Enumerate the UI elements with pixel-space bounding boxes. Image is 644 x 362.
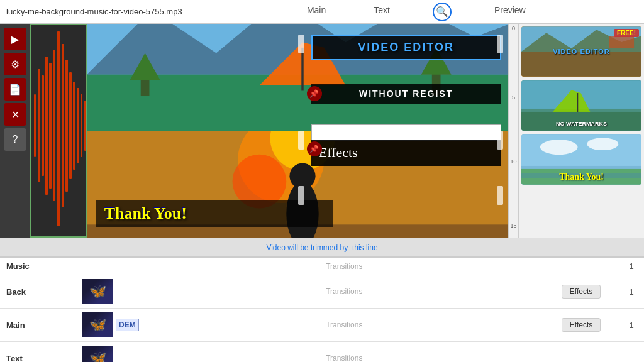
waveform-svg	[31, 25, 87, 233]
svg-rect-10	[77, 88, 79, 163]
row-transitions-music[interactable]: Transitions	[145, 258, 543, 275]
row-effects-music	[543, 258, 619, 275]
preview-watermark-2: NO WATERMARKS	[556, 121, 607, 127]
svg-rect-11	[34, 94, 36, 157]
row-effects-main[interactable]: Effects	[543, 309, 619, 342]
svg-point-43	[587, 138, 618, 150]
layers-table: Music Transitions 1 Back 🦋 Transitions E…	[0, 258, 644, 362]
copy-icon: 📄	[9, 84, 21, 96]
butterfly-thumb-back: 🦋	[82, 279, 113, 304]
svg-rect-13	[84, 101, 86, 151]
dem-label: DEM	[116, 319, 139, 331]
table-row: Back 🦋 Transitions Effects 1	[0, 275, 644, 309]
effects-button-main[interactable]: Effects	[562, 318, 601, 332]
filename-label: lucky-me-background-music-for-video-5755…	[6, 7, 182, 16]
tab-main[interactable]: Main	[302, 3, 331, 21]
waveform-panel	[30, 24, 87, 238]
svg-rect-5	[38, 69, 40, 182]
play-button[interactable]: ▶	[4, 28, 26, 50]
timeline-ruler: 0 5 10 15	[508, 24, 518, 238]
row-transitions-main[interactable]: Transitions	[145, 309, 543, 342]
table-row: Text 🦋 Transitions	[0, 342, 644, 363]
thank-you-text-clip: Thank You!	[96, 200, 333, 227]
search-button[interactable]: 🔍	[433, 3, 452, 21]
play-icon: ▶	[11, 33, 19, 45]
butterfly-icon-main: 🦋	[89, 317, 106, 333]
row-thumb-music	[75, 258, 145, 275]
ruler-mark-0: 0	[512, 25, 515, 31]
right-preview-panel: FREE! VIDEO EDITOR NO WATERMARKS	[518, 24, 644, 238]
tab-preview[interactable]: Preview	[489, 3, 531, 21]
nav-tabs: Main Text 🔍 Preview	[195, 3, 638, 21]
trim-line-area: Video will be trimmed by this line	[0, 238, 644, 256]
row-count-back: 1	[619, 275, 644, 309]
row-name-main: Main	[0, 309, 75, 342]
video-editor-text-clip: VIDEO EDITOR	[311, 35, 501, 60]
preview-badge-1: FREE!	[614, 29, 639, 37]
row-thumb-text: 🦋	[75, 342, 145, 363]
row-name-back: Back	[0, 275, 75, 309]
video-timeline[interactable]: VIDEO EDITOR 📌 WITHOUT REGIST 📌 Effects …	[87, 24, 518, 238]
table-row: Music Transitions 1	[0, 258, 644, 275]
svg-rect-8	[69, 72, 72, 179]
resize-handle-6[interactable]	[497, 186, 503, 205]
svg-rect-1	[53, 50, 55, 201]
row-effects-back[interactable]: Effects	[543, 275, 619, 309]
main-editing-area: ▶ ⚙ 📄 ✕ ?	[0, 24, 644, 238]
svg-rect-7	[65, 60, 68, 192]
svg-rect-4	[42, 75, 44, 176]
help-button[interactable]: ?	[4, 128, 26, 151]
preview-thumb-2[interactable]: NO WATERMARKS	[521, 80, 641, 131]
copy-button[interactable]: 📄	[4, 78, 26, 101]
row-thumb-main: 🦋 DEM	[75, 309, 145, 342]
pin-icon-1: 📌	[307, 86, 322, 101]
row-thumb-back: 🦋	[75, 275, 145, 309]
resize-handle-5[interactable]	[298, 186, 304, 205]
svg-rect-2	[49, 63, 52, 189]
ruler-mark-5: 5	[512, 94, 515, 101]
table-row: Main 🦋 DEM Transitions Effects 1	[0, 309, 644, 342]
effects-text-clip: Effects	[311, 140, 501, 166]
close-button[interactable]: ✕	[4, 103, 26, 126]
svg-rect-12	[80, 94, 82, 157]
settings-button[interactable]: ⚙	[4, 53, 26, 75]
row-count-text	[619, 342, 644, 363]
resize-handle-4[interactable]	[497, 131, 503, 150]
svg-rect-41	[521, 134, 641, 166]
pin-icon-2: 📌	[307, 141, 322, 156]
row-name-text: Text	[0, 342, 75, 363]
butterfly-icon-text: 🦋	[89, 350, 106, 362]
butterfly-thumb-main: 🦋	[82, 312, 113, 337]
butterfly-thumb-text: 🦋	[82, 346, 113, 362]
help-icon: ?	[13, 134, 18, 145]
row-name-music: Music	[0, 258, 75, 275]
resize-handle-3[interactable]	[298, 131, 304, 150]
ruler-mark-10: 10	[510, 158, 516, 165]
effects-button-back[interactable]: Effects	[562, 285, 601, 299]
svg-rect-3	[45, 57, 48, 195]
row-count-music: 1	[619, 258, 644, 275]
row-transitions-text[interactable]: Transitions	[145, 342, 543, 363]
row-transitions-back[interactable]: Transitions	[145, 275, 543, 309]
ruler-mark-15: 15	[510, 222, 516, 229]
settings-icon: ⚙	[11, 58, 19, 70]
preview-label-1: VIDEO EDITOR	[553, 48, 610, 55]
row-count-main: 1	[619, 309, 644, 342]
svg-rect-6	[62, 44, 64, 207]
tools-panel: ▶ ⚙ 📄 ✕ ?	[0, 24, 30, 238]
butterfly-icon-back: 🦋	[89, 283, 106, 300]
svg-rect-0	[57, 31, 60, 226]
svg-rect-9	[73, 82, 75, 170]
svg-point-42	[540, 140, 578, 155]
trim-line-text: Video will be trimmed by this line	[266, 243, 377, 252]
tab-text[interactable]: Text	[369, 3, 395, 21]
svg-rect-34	[609, 36, 634, 48]
preview-thumb-3[interactable]: Thank You!	[521, 134, 641, 185]
resize-handle-2[interactable]	[497, 35, 503, 53]
row-effects-text	[543, 342, 619, 363]
preview-label-3: Thank You!	[559, 172, 604, 182]
preview-thumb-1[interactable]: FREE! VIDEO EDITOR	[521, 26, 641, 77]
close-icon: ✕	[11, 109, 19, 121]
resize-handle-1[interactable]	[298, 35, 304, 53]
without-regis-text-clip: WITHOUT REGIST	[311, 84, 501, 104]
